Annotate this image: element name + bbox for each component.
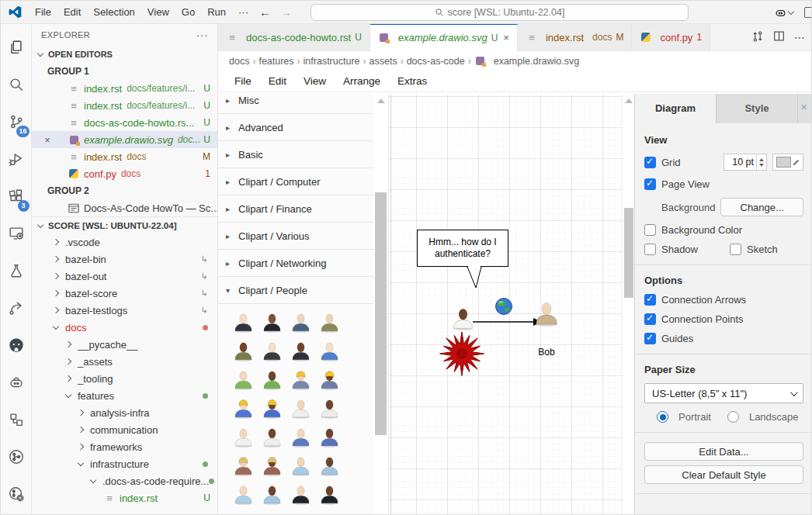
open-editor-item[interactable]: ≡index.rstdocs/features/i...U (32, 80, 217, 97)
tab-docs-as-code-howtorst[interactable]: ≡docs-as-code-howto.rstU (218, 24, 370, 50)
person-shape-swatch-21[interactable] (229, 454, 258, 478)
activity-remote-explorer-icon[interactable] (1, 215, 32, 252)
activity-github-icon[interactable] (1, 327, 32, 364)
grid-checkbox[interactable] (644, 157, 656, 168)
tree-item-bazel-score[interactable]: bazel-score↳ (32, 285, 217, 302)
command-center-search[interactable]: score [WSL: Ubuntu-22.04] (311, 4, 689, 21)
person-shape-swatch-15[interactable] (286, 396, 315, 420)
person-shape-swatch-14[interactable] (258, 396, 286, 420)
shape-section-clipart-computer[interactable]: ▸Clipart / Computer (218, 168, 374, 195)
drawio-menu-file[interactable]: File (226, 75, 260, 87)
activity-files-icon[interactable] (1, 29, 32, 66)
shape-section-basic[interactable]: ▸Basic (218, 141, 374, 168)
layout-toggle-icon[interactable] (804, 7, 812, 18)
tree-item-infrastructure[interactable]: infrastructure (32, 455, 217, 472)
tree-item-bazel-out[interactable]: bazel-out↳ (32, 268, 217, 285)
open-editor-item[interactable]: ×example.drawio.svgdoc...U (32, 131, 217, 148)
activity-hierarchy-icon[interactable] (1, 401, 32, 438)
person-shape-swatch-18[interactable] (258, 425, 286, 449)
activity-git-history-icon[interactable] (1, 475, 32, 513)
background-change-button[interactable]: Change... (720, 198, 803, 216)
menu-file[interactable]: File (29, 6, 57, 18)
globe-shape[interactable] (494, 297, 513, 318)
breadcrumb-item[interactable]: docs (229, 56, 249, 67)
shape-section-misc[interactable]: ▸Misc (218, 94, 374, 114)
activity-live-share-icon[interactable] (1, 289, 32, 327)
person-shape-swatch-23[interactable] (286, 454, 315, 478)
drawio-menu-edit[interactable]: Edit (260, 75, 295, 87)
portrait-radio[interactable] (657, 411, 668, 423)
activity-source-control-icon[interactable]: 16 (1, 103, 32, 140)
person-shape-swatch-9[interactable] (229, 368, 258, 392)
activity-search-icon[interactable] (1, 66, 32, 103)
person-shape-swatch-25[interactable] (229, 482, 258, 506)
breadcrumb-item[interactable]: features (259, 56, 293, 67)
tree-item-docs[interactable]: docs (32, 319, 217, 336)
grid-size-input[interactable]: 10 pt (724, 154, 767, 171)
person-shape-left[interactable] (451, 306, 475, 333)
open-editor-item[interactable]: ≡index.rstdocsM (32, 148, 217, 165)
starburst-shape[interactable] (439, 332, 485, 377)
more-actions-icon[interactable]: ⋯ (794, 31, 805, 43)
edit-data-button[interactable]: Edit Data... (644, 442, 803, 461)
open-editor-item[interactable]: Docs-As-Code HowTo — Sc... (32, 199, 217, 216)
shape-section-clipart-networking[interactable]: ▸Clipart / Networking (218, 250, 374, 277)
menu-go[interactable]: Go (175, 6, 201, 18)
person-shape-swatch-10[interactable] (258, 368, 286, 392)
drawio-menu-extras[interactable]: Extras (389, 75, 435, 87)
split-editor-button[interactable] (773, 30, 785, 44)
person-shape-swatch-13[interactable] (229, 396, 258, 420)
shape-section-advanced[interactable]: ▸Advanced (218, 114, 374, 141)
landscape-radio[interactable] (727, 411, 739, 423)
person-shape-swatch-2[interactable] (258, 310, 286, 334)
breadcrumb-item[interactable]: infrastructure (304, 56, 360, 67)
person-shape-swatch-7[interactable] (286, 339, 315, 363)
tree-item-pycache[interactable]: __pycache__ (32, 336, 217, 353)
open-editors-header[interactable]: OPEN EDITORS (32, 46, 217, 63)
breadcrumb-file[interactable]: example.drawio.svg (494, 56, 579, 67)
scroll-up-icon[interactable] (625, 99, 633, 103)
person-shape-swatch-1[interactable] (229, 310, 258, 334)
person-shape-swatch-12[interactable] (315, 368, 344, 392)
close-icon[interactable]: × (503, 32, 509, 43)
tab-diagram[interactable]: Diagram (635, 94, 717, 123)
person-shape-swatch-4[interactable] (315, 310, 344, 334)
sketch-checkbox[interactable] (730, 244, 741, 255)
tab-exampledrawiosvg[interactable]: example.drawio.svgU× (370, 24, 518, 51)
menu-more-button[interactable]: ··· (232, 6, 255, 18)
person-shape-swatch-3[interactable] (286, 310, 315, 334)
connection-arrows-checkbox[interactable] (644, 294, 656, 306)
clear-default-style-button[interactable]: Clear Default Style (644, 465, 803, 484)
open-changes-button[interactable] (751, 30, 764, 45)
person-shape-swatch-28[interactable] (315, 482, 344, 506)
copilot-menu-button[interactable] (774, 6, 793, 19)
bob-label[interactable]: Bob (531, 347, 562, 358)
person-shape-swatch-27[interactable] (286, 482, 315, 506)
tab-confpy[interactable]: conf.py1 (632, 24, 710, 50)
shapes-scrollbar-thumb[interactable] (375, 192, 387, 435)
tree-item-docs-as-code-require[interactable]: .docs-as-code-require... (32, 472, 217, 489)
explorer-more-icon[interactable]: ··· (196, 29, 208, 41)
person-shape-swatch-16[interactable] (315, 396, 344, 420)
person-shape-swatch-8[interactable] (315, 339, 344, 363)
menu-run[interactable]: Run (201, 6, 232, 18)
nav-back-icon[interactable]: ← (255, 5, 276, 19)
tree-item-analysis-infra[interactable]: analysis-infra (32, 404, 217, 421)
workspace-section-header[interactable]: SCORE [WSL: UBUNTU-22.04] (32, 216, 217, 233)
nav-forward-icon[interactable]: → (276, 5, 297, 19)
person-shape-swatch-20[interactable] (315, 425, 344, 449)
grid-size-stepper[interactable] (756, 154, 766, 170)
drawio-menu-view[interactable]: View (295, 75, 335, 87)
tree-item-bazel-testlogs[interactable]: bazel-testlogs↳ (32, 302, 217, 319)
activity-extensions-icon[interactable]: 3 (1, 178, 32, 215)
shape-section-clipart-people[interactable]: ▾Clipart / People (218, 277, 374, 304)
person-shape-bob[interactable] (533, 300, 560, 329)
tab-indexrst[interactable]: ≡index.rstdocsM (518, 24, 633, 50)
person-shape-swatch-24[interactable] (315, 454, 344, 478)
tree-item-frameworks[interactable]: frameworks (32, 438, 217, 455)
speech-bubble-shape[interactable]: Hmm... how do I authenticate? (417, 230, 508, 267)
close-icon[interactable]: × (41, 134, 54, 146)
person-shape-swatch-6[interactable] (258, 339, 286, 363)
close-icon[interactable]: × (800, 100, 807, 113)
guides-checkbox[interactable] (644, 333, 656, 344)
